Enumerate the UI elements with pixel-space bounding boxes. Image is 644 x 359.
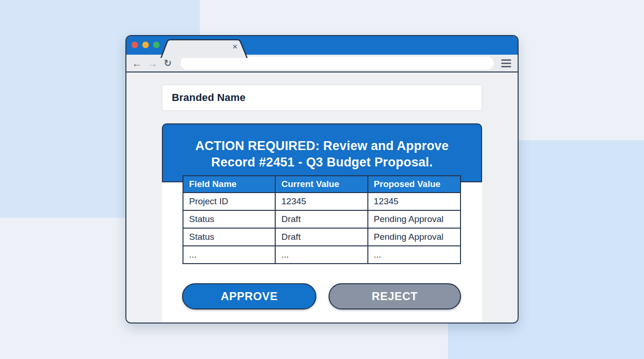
refresh-icon[interactable]: ↻: [164, 58, 172, 68]
approve-button[interactable]: APPROVE: [182, 283, 316, 309]
table-row: Status Draft Pending Approval: [183, 228, 461, 246]
action-required-banner: ACTION REQUIRED: Review and Approve Reco…: [162, 123, 482, 182]
table-cell: ...: [275, 246, 367, 264]
table-cell: Project ID: [183, 193, 275, 210]
header-proposed-value: Proposed Value: [368, 176, 461, 193]
table-row: Status Draft Pending Approval: [183, 210, 461, 228]
banner-line-1: ACTION REQUIRED: Review and Approve: [163, 138, 481, 154]
header-current-value: Current Value: [275, 176, 367, 193]
browser-window: × ← → ↻ Branded Name ACTION REQUIRED: Re…: [125, 35, 519, 323]
table-cell: ...: [183, 246, 275, 264]
table-cell: Draft: [275, 228, 367, 246]
table-cell: Pending Approval: [368, 228, 461, 246]
forward-icon[interactable]: →: [148, 58, 158, 68]
address-bar[interactable]: [181, 57, 494, 70]
page-content: Branded Name ACTION REQUIRED: Review and…: [126, 73, 518, 323]
tab-close-icon[interactable]: ×: [230, 42, 240, 51]
brand-title: Branded Name: [172, 92, 246, 104]
reject-button[interactable]: REJECT: [329, 283, 461, 309]
table-cell: 12345: [275, 193, 367, 210]
table-cell: Status: [183, 210, 275, 228]
close-window-button[interactable]: [132, 42, 138, 48]
window-controls: [132, 42, 160, 48]
browser-titlebar: ×: [126, 36, 518, 55]
table-header-row: Field Name Current Value Proposed Value: [183, 176, 461, 193]
table-cell: ...: [368, 246, 461, 264]
maximize-window-button[interactable]: [153, 42, 160, 48]
table-cell: Status: [183, 228, 275, 246]
menu-icon[interactable]: [501, 59, 511, 67]
table-cell: Pending Approval: [368, 210, 461, 228]
table-row: Project ID 12345 12345: [183, 193, 461, 210]
back-icon[interactable]: ←: [132, 58, 142, 68]
review-table: Field Name Current Value Proposed Value …: [183, 175, 461, 264]
table-cell: Draft: [275, 210, 367, 228]
table-row: ... ... ...: [183, 246, 461, 264]
header-field-name: Field Name: [183, 176, 275, 193]
banner-line-2: Record #2451 - Q3 Budget Proposal.: [163, 154, 481, 171]
brand-header-card: Branded Name: [162, 85, 482, 111]
table-cell: 12345: [368, 193, 461, 210]
minimize-window-button[interactable]: [142, 42, 149, 48]
